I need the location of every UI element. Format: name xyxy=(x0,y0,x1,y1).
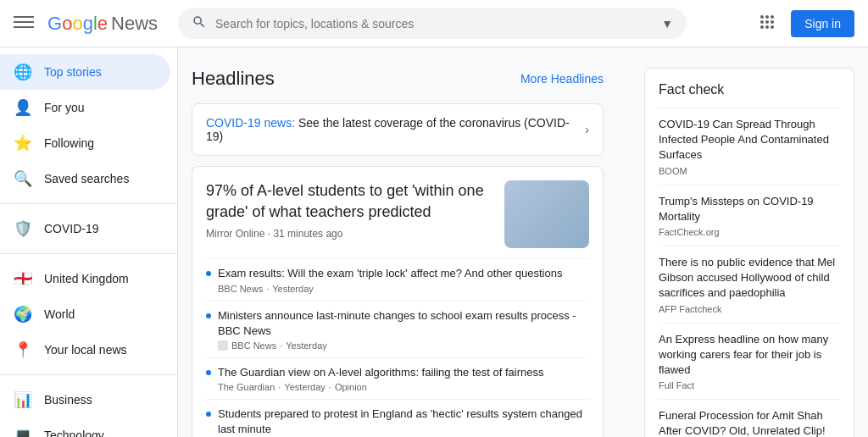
sub-dot xyxy=(206,313,211,318)
fact-item-5[interactable]: Funeral Procession for Amit Shah After C… xyxy=(659,399,840,437)
covid-banner-text: COVID-19 news: See the latest coverage o… xyxy=(206,116,585,143)
sub-meta-1-2: BBC News · Yesterday xyxy=(218,340,589,351)
fact-title-4: An Express headline on how many working … xyxy=(659,332,840,379)
headlines-header: Headlines More Headlines xyxy=(192,68,604,90)
app-body: 🌐 Top stories 👤 For you ⭐ Following 🔍 Sa… xyxy=(0,47,868,437)
sidebar-item-following[interactable]: ⭐ Following xyxy=(0,125,170,161)
sidebar-label-top-stories: Top stories xyxy=(44,65,102,79)
sidebar-item-business[interactable]: 📊 Business xyxy=(0,382,170,418)
sub-article-content: Ministers announce last-minute changes t… xyxy=(218,308,589,351)
flag-icon: 🏴󠁧󠁢󠁥󠁮󠁧󠁿 xyxy=(14,269,31,288)
sub-article-1-1: Exam results: Will the exam 'triple lock… xyxy=(206,258,589,300)
sidebar-item-uk[interactable]: 🏴󠁧󠁢󠁥󠁮󠁧󠁿 United Kingdom xyxy=(0,261,170,296)
svg-rect-0 xyxy=(14,16,34,18)
sub-title-1-3[interactable]: The Guardian view on A-level algorithms:… xyxy=(218,365,589,380)
fact-item-3[interactable]: There is no public evidence that Mel Gib… xyxy=(659,246,840,323)
apps-icon[interactable] xyxy=(757,12,777,35)
logo-text: Google xyxy=(47,13,108,35)
sub-dot xyxy=(206,412,211,417)
sidebar-label-technology: Technology xyxy=(44,429,104,437)
main-content: Headlines More Headlines COVID-19 news: … xyxy=(178,47,617,437)
favicon-icon xyxy=(218,340,228,351)
signin-button[interactable]: Sign in xyxy=(791,10,854,37)
search-icon xyxy=(192,14,207,32)
business-icon: 📊 xyxy=(14,390,31,409)
sidebar-item-local[interactable]: 📍 Your local news xyxy=(0,332,170,368)
fact-source-3: AFP Factcheck xyxy=(659,304,840,314)
fact-title-1: COVID-19 Can Spread Through Infected Peo… xyxy=(659,117,840,163)
right-panel: Fact check COVID-19 Can Spread Through I… xyxy=(631,47,868,437)
sidebar-label-for-you: For you xyxy=(44,101,84,114)
sidebar-item-top-stories[interactable]: 🌐 Top stories xyxy=(0,54,170,90)
fact-item-1[interactable]: COVID-19 Can Spread Through Infected Peo… xyxy=(659,108,840,185)
star-icon: ⭐ xyxy=(14,134,31,152)
sidebar-label-uk: United Kingdom xyxy=(44,272,129,285)
shield-icon: 🛡️ xyxy=(14,219,31,238)
fact-title-5: Funeral Procession for Amit Shah After C… xyxy=(659,408,840,437)
sidebar-divider-3 xyxy=(0,374,177,375)
sidebar-item-saved-searches[interactable]: 🔍 Saved searches xyxy=(0,161,170,196)
sidebar-divider-1 xyxy=(0,203,177,204)
news-card-main-1: 97% of A-level students to get 'within o… xyxy=(206,180,589,248)
tech-icon: 💻 xyxy=(14,426,31,437)
pin-icon: 📍 xyxy=(14,340,31,359)
fact-check-title: Fact check xyxy=(659,82,840,97)
news-card-content-1: 97% of A-level students to get 'within o… xyxy=(206,180,491,248)
fact-source-1: BOOM xyxy=(659,166,840,176)
fact-source-4: Full Fact xyxy=(659,380,840,390)
sub-article-content: Students prepared to protest in England … xyxy=(218,407,589,437)
sidebar-label-business: Business xyxy=(44,393,92,407)
headlines-title: Headlines xyxy=(192,68,275,90)
sidebar-item-covid[interactable]: 🛡️ COVID-19 xyxy=(0,211,170,246)
sidebar-item-world[interactable]: 🌍 World xyxy=(0,296,170,332)
sidebar-label-world: World xyxy=(44,307,75,321)
sub-article-content: The Guardian view on A-level algorithms:… xyxy=(218,365,589,392)
covid-banner-link: COVID-19 news: xyxy=(206,116,295,130)
sub-dot xyxy=(206,370,211,375)
sidebar-label-saved-searches: Saved searches xyxy=(44,172,129,185)
sidebar-label-following: Following xyxy=(44,136,94,150)
svg-rect-1 xyxy=(14,21,34,23)
sub-meta-1-3: The Guardian · Yesterday · Opinion xyxy=(218,382,589,392)
person-icon: 👤 xyxy=(14,98,31,117)
globe-icon: 🌐 xyxy=(14,63,31,81)
fact-item-4[interactable]: An Express headline on how many working … xyxy=(659,323,840,400)
world-icon: 🌍 xyxy=(14,305,31,324)
sub-title-1-4[interactable]: Students prepared to protest in England … xyxy=(218,407,589,437)
covid-banner[interactable]: COVID-19 news: See the latest coverage o… xyxy=(192,103,604,156)
menu-icon[interactable] xyxy=(14,12,34,35)
article-1-title[interactable]: 97% of A-level students to get 'within o… xyxy=(206,180,491,223)
news-card-1: 97% of A-level students to get 'within o… xyxy=(192,166,604,437)
sidebar-item-for-you[interactable]: 👤 For you xyxy=(0,90,170,125)
more-headlines-link[interactable]: More Headlines xyxy=(520,72,604,86)
sub-title-1-2[interactable]: Ministers announce last-minute changes t… xyxy=(218,308,589,339)
fact-title-2: Trump's Missteps on COVID-19 Mortality xyxy=(659,194,840,224)
bookmark-search-icon: 🔍 xyxy=(14,169,31,188)
sub-title-1-1[interactable]: Exam results: Will the exam 'triple lock… xyxy=(218,266,589,281)
fact-check-section: Fact check COVID-19 Can Spread Through I… xyxy=(644,68,854,437)
sub-article-1-4: Students prepared to protest in England … xyxy=(206,399,589,437)
article-1-image xyxy=(504,180,589,248)
header: Google News ▼ Sign in xyxy=(0,0,868,47)
sidebar: 🌐 Top stories 👤 For you ⭐ Following 🔍 Sa… xyxy=(0,47,178,437)
search-input[interactable] xyxy=(215,17,654,30)
sidebar-label-covid: COVID-19 xyxy=(44,222,99,235)
sidebar-label-local: Your local news xyxy=(44,343,127,357)
sub-article-content: Exam results: Will the exam 'triple lock… xyxy=(218,266,589,293)
sub-article-1-3: The Guardian view on A-level algorithms:… xyxy=(206,357,589,399)
search-dropdown-icon[interactable]: ▼ xyxy=(661,17,673,30)
svg-rect-2 xyxy=(14,26,34,28)
sidebar-divider-2 xyxy=(0,253,177,254)
google-news-logo[interactable]: Google News xyxy=(47,13,158,35)
sub-dot xyxy=(206,271,211,276)
sub-meta-1-1: BBC News · Yesterday xyxy=(218,284,589,294)
article-1-source: Mirror Online · 31 minutes ago xyxy=(206,228,491,240)
sub-article-1-2: Ministers announce last-minute changes t… xyxy=(206,301,589,357)
chevron-right-icon: › xyxy=(585,123,589,136)
sidebar-item-technology[interactable]: 💻 Technology xyxy=(0,418,170,437)
header-actions: Sign in xyxy=(757,10,854,37)
fact-source-2: FactCheck.org xyxy=(659,227,840,237)
fact-item-2[interactable]: Trump's Missteps on COVID-19 Mortality F… xyxy=(659,185,840,246)
logo-news-text: News xyxy=(111,13,158,35)
fact-title-3: There is no public evidence that Mel Gib… xyxy=(659,255,840,301)
